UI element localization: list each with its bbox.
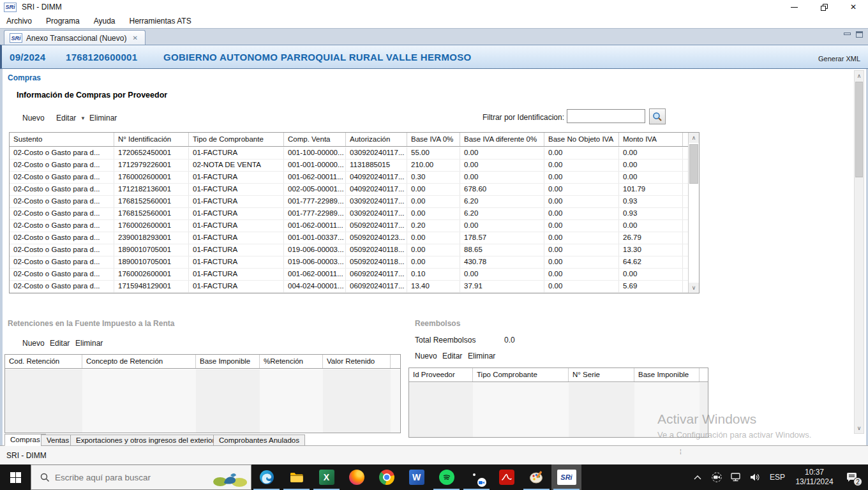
status-text: SRI - DIMM (6, 451, 47, 460)
table-cell: 1890010705001 (114, 244, 189, 256)
reembolsos-eliminar-button[interactable]: Eliminar (468, 352, 495, 360)
compras-nuevo-button[interactable]: Nuevo (22, 114, 45, 122)
table-row[interactable]: 02-Costo o Gasto para d...17129792260010… (10, 160, 688, 172)
scroll-up-icon[interactable]: ∧ (855, 71, 864, 81)
column-header[interactable]: Tipo Comprobante (473, 368, 569, 382)
editar-dropdown-arrow-icon[interactable]: ▼ (80, 115, 86, 121)
taskbar-edge-icon[interactable] (251, 464, 281, 490)
edge-icon (259, 470, 274, 485)
scroll-down-icon[interactable]: ∨ (689, 283, 699, 293)
retenciones-eliminar-button[interactable]: Eliminar (75, 339, 103, 348)
table-cell: 0.00 (544, 160, 619, 171)
search-input[interactable] (55, 473, 189, 482)
column-header[interactable]: N° Serie (569, 368, 634, 382)
table-row[interactable]: 02-Costo o Gasto para d...17600026000010… (10, 220, 688, 232)
column-header[interactable]: Tipo de Comprobante (189, 133, 284, 146)
table-row[interactable]: 02-Costo o Gasto para d...17600026000010… (10, 269, 688, 281)
taskbar-acrobat-icon[interactable] (491, 464, 521, 490)
table-cell: 001-062-00011... (284, 172, 346, 183)
column-header[interactable]: Concepto de Retención (82, 355, 196, 368)
tab-comprobantes-anulados[interactable]: Comprobantes Anulados (213, 434, 305, 446)
scroll-down-icon[interactable]: ∨ (855, 423, 864, 433)
table-row[interactable]: 02-Costo o Gasto para d...18900107050010… (10, 256, 688, 269)
tray-meet-now-icon[interactable] (708, 464, 725, 490)
minimize-icon[interactable] (780, 0, 809, 14)
reembolsos-editar-button[interactable]: Editar (442, 352, 462, 360)
tab-close-icon[interactable]: ✕ (130, 34, 139, 42)
table-cell: 02-Costo o Gasto para d... (10, 147, 114, 159)
tray-language-indicator[interactable]: ESP (766, 473, 789, 482)
menu-programa[interactable]: Programa (39, 17, 87, 26)
scrollbar-thumb[interactable] (689, 144, 698, 184)
generar-xml-button[interactable]: Generar XML (818, 55, 860, 63)
tray-chevron-up-icon[interactable] (689, 464, 706, 490)
taskbar-spotify-icon[interactable] (431, 464, 461, 490)
reembolsos-nuevo-button[interactable]: Nuevo (415, 352, 437, 360)
column-header[interactable]: Base IVA diferente 0% (460, 133, 544, 146)
status-splitter[interactable]: ⁞ (680, 450, 682, 454)
menu-ayuda[interactable]: Ayuda (87, 17, 123, 26)
table-row[interactable]: 02-Costo o Gasto para d...17600026000010… (10, 172, 688, 184)
column-header[interactable]: Valor Retenido (323, 355, 391, 368)
table-row[interactable]: 02-Costo o Gasto para d...17681525600010… (10, 196, 688, 208)
restore-icon[interactable] (809, 0, 839, 14)
taskbar-sri-icon[interactable]: SRi (551, 464, 581, 490)
filter-input[interactable] (567, 109, 645, 123)
table-cell: 02-Costo o Gasto para d... (10, 184, 114, 195)
reembolsos-table: Id ProveedorTipo ComprobanteN° SerieBase… (408, 368, 708, 438)
tab-anexo-transaccional[interactable]: SRi Anexo Transaccional (Nuevo) ✕ (4, 30, 146, 45)
scroll-up-icon[interactable]: ∧ (689, 133, 699, 143)
column-header[interactable]: N° Identificación (114, 133, 189, 146)
table-cell: 001-777-22989... (284, 208, 346, 219)
taskbar-explorer-icon[interactable] (281, 464, 311, 490)
column-header[interactable]: Autorización (346, 133, 407, 146)
start-button[interactable] (0, 464, 31, 490)
column-header[interactable]: Monto IVA (619, 133, 683, 146)
content-scrollbar[interactable]: ∧ ∨ (854, 70, 864, 434)
tab-exportaciones[interactable]: Exportaciones y otros ingresos del exter… (70, 434, 220, 446)
menu-bar: Archivo Programa Ayuda Herramientas ATS (0, 14, 868, 28)
compras-eliminar-button[interactable]: Eliminar (89, 114, 117, 122)
taskbar-excel-icon[interactable]: X (311, 464, 341, 490)
column-header[interactable]: Base Imponible (634, 368, 700, 382)
menu-archivo[interactable]: Archivo (0, 17, 39, 26)
retenciones-editar-button[interactable]: Editar (50, 339, 70, 348)
column-header[interactable]: Base Imponible (196, 355, 260, 368)
taskbar-chrome-icon[interactable] (371, 464, 401, 490)
table-cell: 101.79 (619, 184, 683, 195)
table-row[interactable]: 02-Costo o Gasto para d...23900182930010… (10, 232, 688, 244)
taskbar-paint-icon[interactable] (521, 464, 551, 490)
table-row[interactable]: 02-Costo o Gasto para d...17159481290010… (10, 281, 688, 293)
column-header[interactable]: Comp. Venta (284, 133, 346, 146)
retenciones-nuevo-button[interactable]: Nuevo (22, 339, 45, 348)
weather-widget-icon[interactable] (211, 466, 248, 488)
column-header[interactable]: Base IVA 0% (407, 133, 460, 146)
tray-clock[interactable]: 10:37 13/11/2024 (791, 468, 837, 487)
taskbar-firefox-icon[interactable] (341, 464, 371, 490)
table-row[interactable]: 02-Costo o Gasto para d...17681525600010… (10, 208, 688, 220)
column-header[interactable]: Base No Objeto IVA (544, 133, 619, 146)
panel-maximize-icon[interactable] (856, 31, 863, 38)
column-header[interactable]: Id Proveedor (409, 368, 473, 382)
tray-volume-icon[interactable] (747, 464, 763, 490)
filter-search-button[interactable] (649, 108, 666, 124)
panel-minimize-icon[interactable] (844, 33, 851, 35)
tray-network-icon[interactable] (728, 464, 744, 490)
close-icon[interactable]: ✕ (839, 0, 868, 14)
tray-notifications-icon[interactable]: 2 (840, 464, 864, 490)
column-header[interactable]: Cod. Retención (5, 355, 82, 368)
compras-table-scrollbar[interactable]: ∧ ∨ (688, 133, 699, 293)
taskbar-search[interactable] (31, 464, 251, 490)
taskbar-word-icon[interactable]: W (401, 464, 431, 490)
table-row[interactable]: 02-Costo o Gasto para d...17206524500010… (10, 147, 688, 160)
table-row[interactable]: 02-Costo o Gasto para d...17121821360010… (10, 184, 688, 196)
column-header[interactable]: %Retención (260, 355, 323, 368)
compras-editar-button[interactable]: Editar (56, 114, 76, 122)
tab-compras[interactable]: Compras (4, 434, 46, 446)
scrollbar-thumb[interactable] (855, 82, 863, 177)
taskbar-meet-icon[interactable] (461, 464, 491, 490)
table-row[interactable]: 02-Costo o Gasto para d...18900107050010… (10, 244, 688, 256)
document-header-bar: 09/2024 1768120600001 GOBIERNO AUTONOMO … (0, 45, 868, 69)
column-header[interactable]: Sustento (10, 133, 114, 146)
menu-herramientas-ats[interactable]: Herramientas ATS (123, 17, 198, 26)
